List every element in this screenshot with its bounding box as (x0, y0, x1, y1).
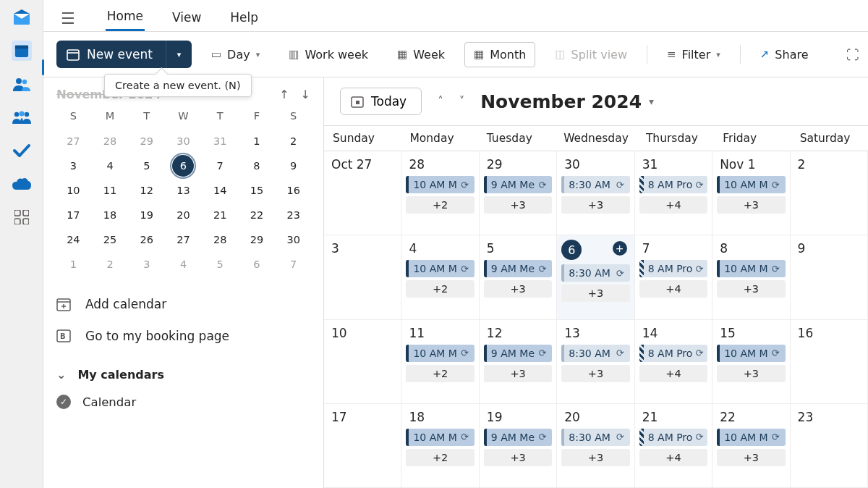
mini-day[interactable]: 30 (166, 130, 200, 152)
day-cell[interactable]: Nov 110 AM M⟳+3 (712, 151, 790, 235)
day-cell[interactable]: 218 AM Pro⟳+4 (635, 404, 712, 488)
more-events[interactable]: +2 (406, 365, 474, 382)
mini-day[interactable]: 18 (93, 204, 127, 226)
day-cell[interactable]: 78 AM Pro⟳+4 (635, 235, 712, 319)
hamburger-icon[interactable]: ☰ (61, 9, 75, 28)
day-cell[interactable]: 308:30 AM⟳+3 (557, 151, 634, 235)
more-events[interactable]: +3 (717, 449, 785, 466)
mini-day[interactable]: 26 (129, 229, 163, 251)
todo-icon[interactable] (12, 140, 32, 161)
more-events[interactable]: +4 (639, 280, 707, 298)
next-month-icon[interactable]: ˅ (459, 95, 465, 108)
mini-day[interactable]: 1 (240, 130, 274, 152)
day-view-button[interactable]: ▭ Day ▾ (202, 42, 269, 67)
day-cell[interactable]: 10 (324, 320, 401, 404)
mini-day[interactable]: 27 (166, 229, 200, 251)
mini-day[interactable]: 23 (276, 204, 310, 226)
mini-next-icon[interactable]: ↓ (301, 88, 310, 101)
mini-day[interactable]: 4 (166, 253, 200, 275)
day-cell[interactable]: 810 AM M⟳+3 (712, 235, 790, 319)
mini-day[interactable]: 5 (203, 253, 237, 275)
day-cell[interactable]: 299 AM Me⟳+3 (480, 151, 557, 235)
apps-icon[interactable] (12, 207, 32, 227)
tab-help[interactable]: Help (229, 7, 260, 30)
tab-home[interactable]: Home (106, 6, 145, 31)
mini-day[interactable]: 21 (203, 204, 237, 226)
event-chip[interactable]: 9 AM Me⟳ (484, 260, 552, 277)
day-cell[interactable]: Oct 27 (324, 151, 401, 235)
event-chip[interactable]: 10 AM M⟳ (406, 260, 474, 277)
mini-day[interactable]: 9 (276, 155, 310, 177)
day-cell[interactable]: 148 AM Pro⟳+4 (635, 320, 712, 404)
event-chip[interactable]: 8 AM Pro⟳ (639, 345, 707, 362)
mini-day[interactable]: 20 (166, 204, 200, 226)
mini-day[interactable]: 25 (93, 229, 127, 251)
more-events[interactable]: +3 (717, 365, 785, 382)
my-calendars-toggle[interactable]: ⌄ My calendars (56, 368, 310, 382)
more-events[interactable]: +3 (484, 280, 552, 298)
event-chip[interactable]: 8 AM Pro⟳ (639, 260, 707, 277)
event-chip[interactable]: 8:30 AM⟳ (561, 345, 629, 362)
today-button[interactable]: Today (340, 88, 422, 115)
day-cell[interactable]: 17 (324, 404, 401, 488)
week-button[interactable]: ▦ Week (388, 42, 454, 67)
event-chip[interactable]: 8:30 AM⟳ (561, 429, 629, 446)
event-chip[interactable]: 9 AM Me⟳ (484, 345, 552, 362)
mini-day[interactable]: 14 (203, 180, 237, 201)
mini-day[interactable]: 28 (203, 229, 237, 251)
mini-day[interactable]: 2 (276, 130, 310, 152)
day-cell[interactable]: 410 AM M⟳+2 (401, 235, 479, 319)
mini-calendar[interactable]: SMTWTFS272829303112345678910111213141516… (56, 106, 310, 275)
mini-day[interactable]: 16 (276, 180, 310, 201)
day-cell[interactable]: 208:30 AM⟳+3 (557, 404, 634, 488)
mini-day[interactable]: 13 (166, 180, 200, 201)
month-title[interactable]: November 2024 ▾ (480, 91, 654, 112)
day-cell[interactable]: 9 (791, 235, 868, 319)
event-chip[interactable]: 10 AM M⟳ (406, 429, 474, 446)
mini-day[interactable]: 2 (93, 253, 127, 275)
day-cell[interactable]: 1510 AM M⟳+3 (712, 320, 790, 404)
more-events[interactable]: +4 (639, 449, 707, 466)
mini-day[interactable]: 22 (240, 204, 274, 226)
more-events[interactable]: +4 (639, 365, 707, 382)
mail-icon[interactable] (12, 7, 32, 28)
day-cell[interactable]: 199 AM Me⟳+3 (480, 404, 557, 488)
event-chip[interactable]: 8:30 AM⟳ (561, 176, 629, 193)
mini-day[interactable]: 5 (129, 155, 163, 177)
day-cell[interactable]: 318 AM Pro⟳+4 (635, 151, 712, 235)
more-events[interactable]: +4 (639, 196, 707, 214)
add-calendar-link[interactable]: Add calendar (56, 297, 310, 311)
mini-day[interactable]: 12 (129, 180, 163, 201)
split-view-button[interactable]: ◫ Split view (545, 42, 637, 67)
mini-day[interactable]: 7 (276, 253, 310, 275)
booking-page-link[interactable]: B Go to my booking page (56, 329, 310, 343)
more-events[interactable]: +3 (484, 449, 552, 466)
event-chip[interactable]: 10 AM M⟳ (406, 176, 474, 193)
new-event-split-button[interactable]: ▾ (166, 41, 192, 68)
mini-day[interactable]: 27 (56, 130, 90, 152)
more-events[interactable]: +2 (406, 449, 474, 466)
tab-view[interactable]: View (171, 7, 203, 30)
day-cell[interactable]: 2810 AM M⟳+2 (401, 151, 479, 235)
mini-day[interactable]: 15 (240, 180, 274, 201)
mini-day[interactable]: 11 (93, 180, 127, 201)
expand-ribbon-icon[interactable]: ⛶ (846, 47, 859, 62)
share-button[interactable]: ↗ Share (751, 42, 818, 67)
groups-icon[interactable] (12, 107, 32, 127)
more-events[interactable]: +3 (717, 196, 785, 214)
mini-prev-icon[interactable]: ↑ (279, 88, 289, 101)
mini-day[interactable]: 29 (129, 130, 163, 152)
mini-day[interactable]: 17 (56, 204, 90, 226)
event-chip[interactable]: 9 AM Me⟳ (484, 429, 552, 446)
day-cell[interactable]: 23 (791, 404, 868, 488)
mini-day[interactable]: 31 (203, 130, 237, 152)
event-chip[interactable]: 10 AM M⟳ (717, 260, 785, 277)
event-chip[interactable]: 10 AM M⟳ (717, 429, 785, 446)
more-events[interactable]: +2 (406, 280, 474, 298)
mini-day[interactable]: 30 (276, 229, 310, 251)
mini-day[interactable]: 7 (203, 155, 237, 177)
event-chip[interactable]: 10 AM M⟳ (406, 345, 474, 362)
calendar-rail-icon[interactable] (12, 41, 32, 61)
day-cell[interactable]: 138:30 AM⟳+3 (557, 320, 634, 404)
day-cell[interactable]: 2 (791, 151, 868, 235)
